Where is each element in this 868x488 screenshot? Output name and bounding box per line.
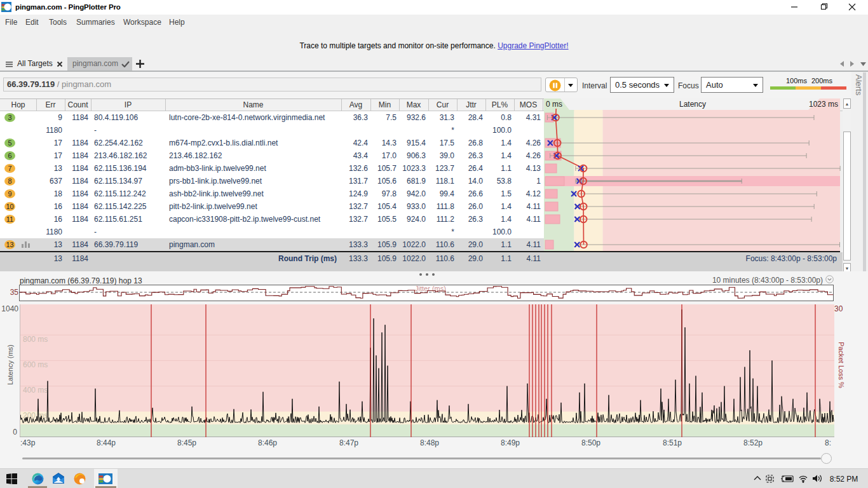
svg-text:800 ms: 800 ms bbox=[23, 335, 48, 344]
svg-text:0 ms: 0 ms bbox=[546, 100, 562, 109]
svg-text:Latency: Latency bbox=[679, 100, 706, 109]
svg-text:1023 ms: 1023 ms bbox=[809, 100, 838, 109]
svg-text:600 ms: 600 ms bbox=[23, 360, 48, 369]
svg-text:400 ms: 400 ms bbox=[23, 386, 48, 395]
